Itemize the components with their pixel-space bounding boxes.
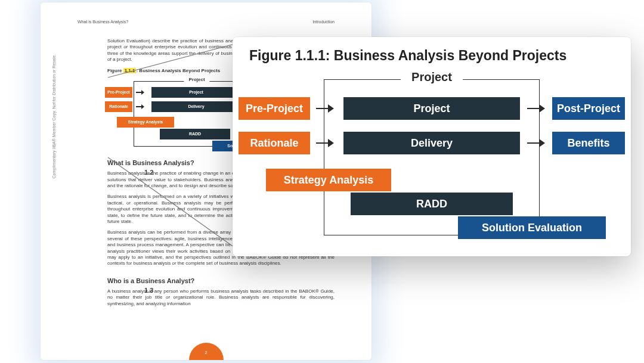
arrow-icon (136, 89, 144, 96)
running-head-left: What is Business Analysis? (78, 19, 128, 24)
arrow-icon (316, 103, 334, 114)
frame-label: Project (184, 77, 209, 83)
box-project: Project (343, 97, 520, 120)
box-rationale: Rationale (239, 132, 310, 154)
arrow-icon (136, 103, 144, 110)
bar-strategy: Strategy Analysis (117, 117, 174, 128)
section-1-3-p1: A business analyst is any person who per… (107, 288, 335, 307)
figure-caption-prefix: Figure (107, 68, 123, 73)
section-title-1-3: Who is a Business Analyst? (107, 277, 335, 285)
arrow-icon (527, 103, 545, 114)
figure-caption-suffix: : Business Analysis Beyond Projects (136, 68, 220, 73)
figure-title: Figure 1.1.1: Business Analysis Beyond P… (249, 48, 614, 64)
figure-zoom-card: Figure 1.1.1: Business Analysis Beyond P… (233, 37, 631, 256)
box-pre-project: Pre-Project (105, 87, 132, 98)
frame-label: Project (401, 70, 463, 84)
arrow-icon (316, 137, 334, 149)
bar-solution-eval: Solution Evaluation (458, 216, 606, 239)
figure-number-highlight: 1.1.1 (123, 68, 137, 73)
bar-strategy: Strategy Analysis (266, 169, 391, 191)
box-post-project: Post-Project (552, 97, 625, 120)
box-delivery: Delivery (343, 132, 520, 154)
section-number-1-3: 1.3 (144, 286, 153, 294)
box-rationale: Rationale (105, 101, 132, 112)
box-pre-project: Pre-Project (239, 97, 310, 120)
bar-radd: RADD (160, 129, 230, 139)
running-head-right: Introduction (312, 19, 335, 24)
box-benefits: Benefits (552, 132, 625, 154)
arrow-icon (527, 137, 545, 149)
bar-radd: RADD (351, 193, 513, 215)
watermark-text: Complimentary IIBA® Member Copy. Not for… (51, 54, 57, 179)
section-number-1-2: 1.2 (144, 168, 153, 176)
box-project: Project (151, 87, 241, 98)
diagram-large: Project Pre-Project Project Post-Project… (249, 72, 614, 245)
page-number-badge: 2 (189, 343, 224, 360)
box-delivery: Delivery (151, 101, 241, 112)
